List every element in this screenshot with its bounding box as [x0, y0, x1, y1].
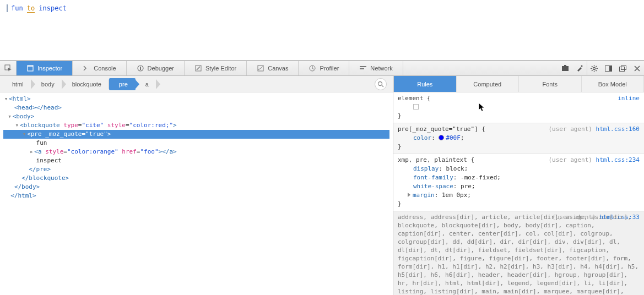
svg-line-18	[592, 66, 593, 67]
network-icon	[359, 64, 367, 72]
property-value[interactable]: #00F	[446, 134, 461, 141]
markup-node[interactable]: </pre>	[29, 166, 51, 173]
rule-element-inline: inline element { }	[393, 92, 644, 123]
rule-source-link[interactable]: html.css:160	[596, 125, 640, 133]
search-elements-button[interactable]	[375, 78, 387, 90]
property-name[interactable]: margin	[413, 192, 435, 199]
user-agent-label: (user agent)	[548, 125, 592, 133]
tab-style-editor[interactable]: Style Editor	[185, 61, 247, 75]
twisty-icon[interactable]: ▾	[7, 112, 13, 121]
rule-close: }	[398, 112, 640, 121]
tab-canvas[interactable]: Canvas	[247, 61, 299, 75]
markup-view[interactable]: ▾<html> <head></head> ▾<body> ▾<blockquo…	[0, 92, 393, 295]
crumb-body[interactable]: body	[31, 78, 62, 90]
page-content: fun to inspect	[0, 0, 644, 61]
property-value[interactable]: 1em 0px	[442, 192, 467, 199]
undock-icon[interactable]	[615, 61, 630, 76]
close-devtools-icon[interactable]	[630, 61, 644, 76]
markup-node[interactable]: <head></head>	[14, 104, 62, 111]
debugger-icon	[137, 64, 144, 72]
console-icon	[83, 64, 90, 72]
property-name[interactable]: font-family	[413, 174, 453, 181]
rule-close: }	[398, 200, 640, 209]
page-link-to[interactable]: to	[27, 4, 35, 13]
attr-value[interactable]: "cite"	[82, 122, 104, 129]
crumb-blockquote[interactable]: blockquote	[62, 78, 109, 90]
rule-source-link[interactable]: html.css:234	[596, 156, 640, 163]
markup-node[interactable]: <blockquote	[20, 122, 63, 129]
svg-point-26	[378, 82, 382, 86]
markup-node[interactable]: </html>	[10, 192, 36, 199]
attr-value[interactable]: "true"	[85, 130, 107, 138]
svg-rect-10	[562, 66, 569, 71]
twisty-icon[interactable]: ▾	[14, 121, 20, 130]
eyedropper-icon[interactable]	[572, 61, 587, 76]
page-text-fun: fun	[11, 4, 23, 12]
rule-selector[interactable]: element {	[398, 94, 640, 103]
markup-node[interactable]: </blockquote>	[21, 174, 69, 182]
rules-tabs: Rules Computed Fonts Box Model	[393, 76, 644, 92]
crumb-html[interactable]: html	[7, 78, 31, 90]
rule-source-link[interactable]: inline	[618, 95, 640, 102]
crumb-a[interactable]: a	[136, 78, 156, 90]
attr-value[interactable]: "color:red;"	[129, 122, 173, 129]
rule-selector-list[interactable]: address, address[dir], article, article[…	[398, 213, 640, 295]
attr-name[interactable]: style	[45, 148, 63, 155]
tab-label: Debugger	[148, 65, 174, 72]
svg-rect-11	[564, 65, 566, 67]
expand-shorthand-icon[interactable]	[408, 193, 410, 197]
pick-element-icon[interactable]	[0, 61, 17, 75]
markup-node[interactable]: <a	[34, 148, 45, 155]
property-value[interactable]: block	[446, 165, 464, 172]
attr-name[interactable]: type	[63, 122, 78, 129]
svg-rect-8	[360, 66, 366, 67]
side-tab-rules[interactable]: Rules	[394, 76, 457, 92]
markup-text[interactable]: inspect	[36, 157, 62, 164]
attr-name[interactable]: _moz_quote	[45, 130, 82, 138]
tab-network[interactable]: Network	[349, 61, 403, 75]
color-swatch-icon[interactable]	[439, 135, 444, 140]
search-icon	[377, 81, 384, 88]
attr-value[interactable]: "color:orange"	[67, 148, 118, 155]
tab-debugger[interactable]: Debugger	[127, 61, 185, 75]
tab-console[interactable]: Console	[73, 61, 126, 75]
markup-selected-row[interactable]: ▾<pre _moz_quote="true">	[3, 130, 389, 139]
property-value[interactable]: pre	[461, 183, 472, 190]
markup-node[interactable]: <html>	[9, 95, 31, 102]
breadcrumb: html body blockquote pre a	[0, 76, 393, 92]
property-name[interactable]: white-space	[413, 183, 453, 190]
rule-block-elements: (user agent) html.css:33 address, addres…	[393, 211, 644, 295]
attr-value[interactable]: "foo"	[140, 148, 158, 155]
rules-panel[interactable]: inline element { } (user agent) html.css…	[393, 92, 644, 295]
property-value[interactable]: -moz-fixed	[461, 174, 497, 181]
crumb-pre[interactable]: pre	[109, 78, 136, 90]
inspector-icon	[26, 64, 34, 72]
markup-text[interactable]: fun	[36, 139, 47, 146]
svg-point-13	[593, 67, 596, 69]
markup-node[interactable]: <body>	[13, 113, 35, 120]
side-tab-computed[interactable]: Computed	[457, 76, 519, 92]
tab-inspector[interactable]: Inspector	[17, 61, 73, 75]
rule-pre-mozquote: (user agent) html.css:160 pre[_moz_quote…	[393, 123, 644, 154]
attr-name[interactable]: style	[107, 122, 126, 129]
screenshot-icon[interactable]	[558, 61, 572, 76]
side-tab-boxmodel[interactable]: Box Model	[582, 76, 645, 92]
tab-profiler[interactable]: Profiler	[299, 61, 349, 75]
page-text-inspect: inspect	[39, 4, 67, 12]
attr-name[interactable]: href	[122, 148, 137, 155]
property-checkbox[interactable]	[413, 104, 419, 110]
dock-side-icon[interactable]	[601, 61, 615, 76]
twisty-icon[interactable]: ▸	[29, 148, 34, 156]
twisty-icon[interactable]: ▾	[3, 95, 9, 103]
markup-node: ></a>	[159, 148, 177, 155]
settings-gear-icon[interactable]	[587, 61, 601, 76]
markup-node: >	[107, 130, 111, 138]
property-name[interactable]: color	[413, 134, 431, 141]
side-tab-fonts[interactable]: Fonts	[519, 76, 582, 92]
markup-node: <pre	[27, 130, 45, 138]
rule-source-link[interactable]: html.css:33	[599, 214, 640, 221]
property-name[interactable]: display	[413, 165, 439, 172]
twisty-icon[interactable]: ▾	[21, 130, 27, 139]
markup-node: >	[173, 122, 177, 129]
markup-node[interactable]: </body>	[14, 183, 40, 190]
